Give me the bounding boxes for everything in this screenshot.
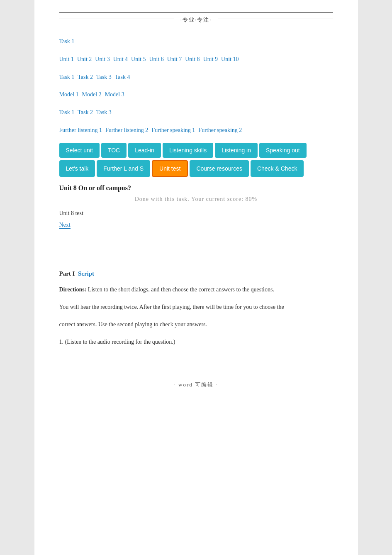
unit-link-6[interactable]: Unit 6: [149, 56, 163, 62]
header-section: ·专业·专注·: [59, 12, 333, 24]
task-link-4[interactable]: Task 4: [115, 74, 130, 80]
directions: Directions: Listen to the short dialogs,…: [59, 284, 333, 296]
directions-3: correct answers. Use the second playing …: [59, 319, 333, 330]
header-text: ·专业·专注·: [174, 16, 219, 24]
part-header: Part I Script: [59, 270, 333, 277]
model-link-2[interactable]: Model 2: [82, 91, 102, 98]
unit-link-9[interactable]: Unit 9: [203, 56, 218, 62]
unit-link-8[interactable]: Unit 8: [185, 56, 200, 62]
next-link[interactable]: Next: [59, 222, 71, 229]
tasks2-row: Task 1 Task 2 Task 3: [59, 106, 333, 118]
units-row: Unit 1 Unit 2 Unit 3 Unit 4 Unit 5 Unit …: [59, 53, 333, 65]
model-link-1[interactable]: Model 1: [59, 91, 79, 98]
lead-in-button[interactable]: Lead-in: [128, 143, 161, 158]
unit-test-button[interactable]: Unit test: [152, 160, 188, 177]
unit-link-4[interactable]: Unit 4: [113, 56, 128, 62]
button-row-2: Let's talk Further L and S Unit test Cou…: [59, 160, 333, 177]
toc-button[interactable]: TOC: [101, 143, 127, 158]
footer: · word 可编辑 ·: [59, 381, 333, 389]
unit-label: Unit 8 test: [59, 210, 333, 217]
script-link[interactable]: Script: [78, 270, 94, 277]
select-unit-button[interactable]: Select unit: [59, 143, 100, 158]
task1-link[interactable]: Task 1: [59, 38, 75, 44]
listening-skills-button[interactable]: Listening skills: [163, 143, 213, 158]
unit-link-3[interactable]: Unit 3: [95, 56, 110, 62]
model-link-3[interactable]: Model 3: [105, 91, 124, 98]
further-row: Further listening 1 Further listening 2 …: [59, 124, 333, 136]
listening-in-button[interactable]: Listening in: [215, 143, 258, 158]
unit-link-5[interactable]: Unit 5: [131, 56, 146, 62]
further-speaking-2[interactable]: Further speaking 2: [198, 127, 242, 133]
course-resources-button[interactable]: Course resources: [190, 160, 249, 177]
further-l-s-button[interactable]: Further L and S: [97, 160, 150, 177]
unit-title: Unit 8 On or off campus?: [59, 184, 333, 192]
unit-link-7[interactable]: Unit 7: [167, 56, 182, 62]
directions-bold: Directions:: [59, 286, 87, 293]
unit-link-10[interactable]: Unit 10: [221, 56, 239, 62]
lets-talk-button[interactable]: Let's talk: [59, 160, 95, 177]
further-listening-2[interactable]: Further listening 2: [105, 127, 148, 133]
page: ·专业·专注· Task 1 Unit 1 Unit 2 Unit 3 Unit…: [34, 0, 358, 555]
further-listening-1[interactable]: Further listening 1: [59, 127, 102, 133]
tasks-row: Task 1 Task 2 Task 3 Task 4: [59, 71, 333, 83]
task1-row: Task 1: [59, 35, 333, 47]
score-line: Done with this task. Your current score:…: [59, 196, 333, 203]
models-row: Model 1 Model 2 Model 3: [59, 88, 333, 100]
task-link-1[interactable]: Task 1: [59, 74, 75, 80]
speaking-out-button[interactable]: Speaking out: [259, 143, 307, 158]
question-1: 1. (Listen to the audio recording for th…: [59, 336, 333, 348]
unit-link-2[interactable]: Unit 2: [77, 56, 92, 62]
task2-link-2[interactable]: Task 2: [78, 109, 93, 115]
task2-link-1[interactable]: Task 1: [59, 109, 75, 115]
directions-2: You will hear the recording twice. After…: [59, 301, 333, 313]
directions-text: Listen to the short dialogs, and then ch…: [86, 286, 274, 293]
button-row-1: Select unit TOC Lead-in Listening skills…: [59, 143, 333, 158]
further-speaking-1[interactable]: Further speaking 1: [151, 127, 195, 133]
part-section: Part I Script Directions: Listen to the …: [59, 270, 333, 348]
task-link-2[interactable]: Task 2: [78, 74, 93, 80]
task-link-3[interactable]: Task 3: [96, 74, 112, 80]
task2-link-3[interactable]: Task 3: [96, 109, 112, 115]
check-check-button[interactable]: Check & Check: [251, 160, 304, 177]
unit-link-1[interactable]: Unit 1: [59, 56, 74, 62]
